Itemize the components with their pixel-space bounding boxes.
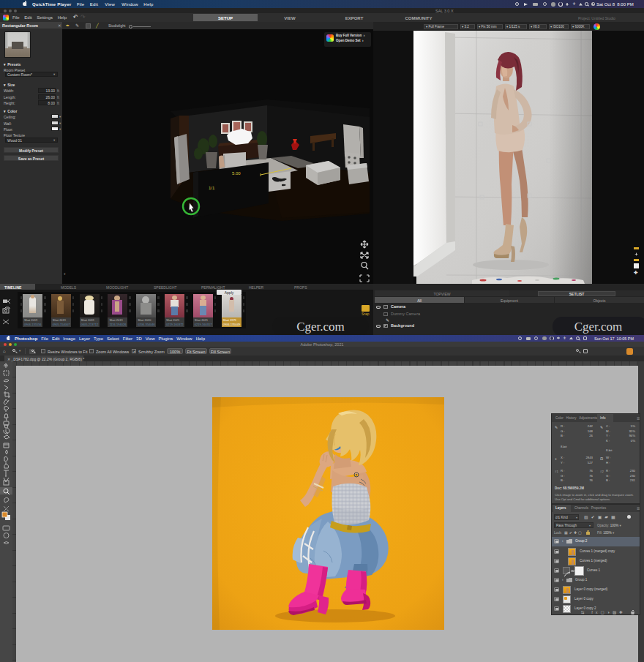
svg-text:1/1: 1/1 (209, 186, 215, 190)
svg-text:5.00: 5.00 (232, 171, 241, 176)
svg-text:‹: ‹ (64, 271, 66, 277)
